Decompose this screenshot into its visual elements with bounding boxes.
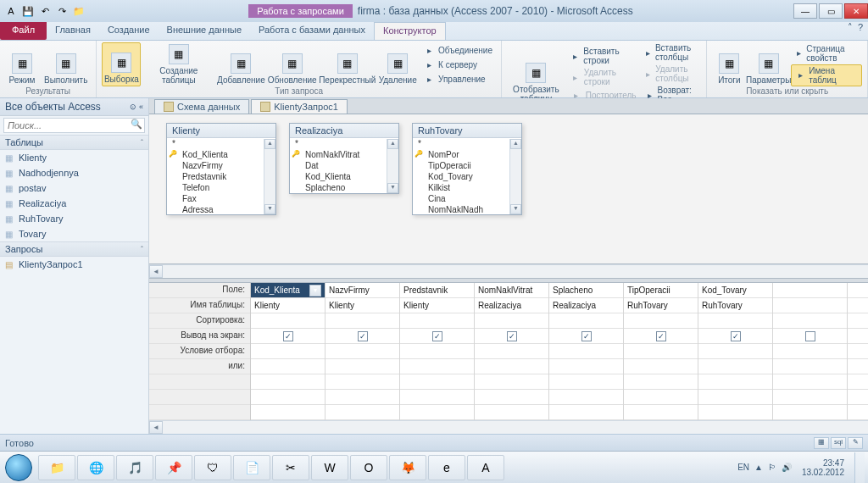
ribbon-tab[interactable]: Главная	[47, 22, 99, 40]
grid-criteria-cell[interactable]	[848, 405, 868, 420]
ribbon-button[interactable]: ▸Страница свойств	[791, 43, 862, 64]
grid-criteria-cell[interactable]	[549, 405, 623, 420]
help-icon[interactable]: ?	[858, 22, 863, 40]
grid-criteria-cell[interactable]	[549, 359, 623, 374]
checkbox[interactable]: ✓	[581, 331, 592, 341]
grid-criteria-cell[interactable]	[624, 405, 698, 420]
table-box[interactable]: Realizaciya*NomNaklVitratDatKod_KlientaS…	[289, 123, 399, 194]
grid-column[interactable]	[848, 283, 868, 420]
taskbar-app[interactable]: 🛡	[194, 455, 231, 480]
scroll-up-icon[interactable]: ▲	[510, 139, 521, 149]
grid-criteria-cell[interactable]	[326, 374, 399, 390]
table-field[interactable]: NomPor	[413, 149, 521, 160]
search-input[interactable]	[4, 119, 129, 132]
ribbon-button[interactable]: ▦Выборка	[102, 42, 141, 86]
taskbar-app[interactable]: 🦊	[389, 455, 426, 480]
ribbon-button[interactable]: ▸Имена таблиц	[791, 64, 862, 86]
nav-item[interactable]: KlientyЗапрос1	[0, 257, 148, 272]
grid-table-cell[interactable]: Realizaciya	[475, 298, 548, 313]
grid-table-cell[interactable]	[848, 298, 868, 313]
table-field[interactable]: Fax	[167, 193, 275, 204]
grid-sort-cell[interactable]	[251, 313, 325, 329]
nav-group-header[interactable]: Таблицыˆ	[0, 135, 148, 150]
qat-button[interactable]: ↷	[54, 3, 70, 19]
grid-show-cell[interactable]: ✓	[326, 329, 399, 344]
grid-field-cell[interactable]: Splacheno	[549, 283, 623, 298]
ribbon-button[interactable]: ▸Управление	[420, 72, 496, 86]
grid-criteria-cell[interactable]	[549, 374, 623, 390]
nav-item[interactable]: Klienty	[0, 150, 148, 165]
nav-item[interactable]: Realizaciya	[0, 196, 148, 211]
grid-field-cell[interactable]: Kod_Tovary	[698, 283, 772, 298]
nav-group-header[interactable]: Запросыˆ	[0, 241, 148, 257]
nav-item[interactable]: Tovary	[0, 226, 148, 241]
grid-sort-cell[interactable]	[475, 313, 548, 329]
table-field[interactable]: Kilkist	[413, 182, 521, 193]
nav-item[interactable]: Nadhodjennya	[0, 165, 148, 180]
grid-field-cell[interactable]	[773, 283, 847, 298]
checkbox[interactable]: ✓	[731, 331, 741, 341]
nav-header[interactable]: Все объекты Access ⊙ «	[0, 98, 148, 116]
checkbox[interactable]: ✓	[432, 331, 442, 341]
grid-sort-cell[interactable]	[624, 313, 698, 329]
grid-table-cell[interactable]: RuhTovary	[698, 298, 772, 313]
ribbon-button[interactable]: ▸К серверу	[420, 58, 496, 71]
grid-field-cell[interactable]: NomNaklVitrat	[475, 283, 548, 298]
scroll-up-icon[interactable]: ▲	[387, 139, 398, 149]
grid-show-cell[interactable]: ✓	[475, 329, 548, 344]
grid-table-cell[interactable]	[773, 298, 847, 313]
grid-criteria-cell[interactable]	[848, 344, 868, 359]
grid-criteria-cell[interactable]	[698, 390, 772, 405]
ribbon-button[interactable]: ▸Удалить столбцы	[642, 64, 702, 84]
table-field[interactable]: Telefon	[167, 182, 275, 193]
grid-show-cell[interactable]	[773, 329, 847, 344]
grid-criteria-cell[interactable]	[698, 344, 772, 359]
view-design-icon[interactable]: ✎	[848, 437, 863, 449]
grid-column[interactable]: Kod_Klienta▾Klienty✓	[251, 283, 326, 420]
ribbon-button[interactable]: ▸Вставить столбцы	[642, 42, 702, 63]
show-desktop-button[interactable]	[854, 452, 865, 483]
table-field[interactable]: Kod_Klienta	[167, 149, 275, 160]
checkbox[interactable]	[805, 331, 815, 341]
table-title[interactable]: Realizaciya	[290, 124, 398, 138]
table-box[interactable]: RuhTovary*NomPorTipOperaciiKod_TovaryKil…	[412, 123, 522, 215]
grid-field-cell[interactable]: TipOperacii	[624, 283, 698, 298]
query-design-surface[interactable]: Klienty*Kod_KlientaNazvFirmyPredstavnikT…	[149, 114, 868, 264]
table-field[interactable]: Dat	[290, 160, 398, 171]
ribbon-minimize-icon[interactable]: ˄	[848, 22, 853, 40]
table-field[interactable]: Kod_Klienta	[290, 171, 398, 182]
checkbox[interactable]: ✓	[507, 331, 517, 341]
grid-sort-cell[interactable]	[698, 313, 772, 329]
ribbon-tab[interactable]: Создание	[99, 22, 159, 40]
minimize-button[interactable]: —	[793, 3, 817, 19]
scroll-down-icon[interactable]: ▼	[510, 204, 521, 214]
grid-show-cell[interactable]: ✓	[698, 329, 772, 344]
grid-criteria-cell[interactable]	[251, 405, 325, 420]
grid-show-cell[interactable]: ✓	[624, 329, 698, 344]
chevron-down-icon[interactable]: ⊙ «	[130, 103, 143, 111]
ribbon-button[interactable]: ▦Параметры	[748, 42, 789, 86]
ribbon-tab[interactable]: Работа с базами данных	[250, 22, 374, 40]
tray-icon[interactable]: 🔊	[782, 463, 792, 472]
grid-sort-cell[interactable]	[773, 313, 847, 329]
view-sql-icon[interactable]: sql	[831, 437, 846, 449]
taskbar-app[interactable]: 🌐	[77, 455, 114, 480]
qat-button[interactable]: ↶	[37, 3, 53, 19]
grid-table-cell[interactable]: Realizaciya	[549, 298, 623, 313]
grid-criteria-cell[interactable]	[251, 390, 325, 405]
document-tab[interactable]: Схема данных	[154, 99, 249, 114]
document-tab[interactable]: KlientyЗапрос1	[251, 99, 348, 114]
taskbar-app[interactable]: e	[428, 455, 465, 480]
grid-criteria-cell[interactable]	[251, 374, 325, 390]
grid-column[interactable]: Kod_TovaryRuhTovary✓	[698, 283, 773, 420]
grid-criteria-cell[interactable]	[624, 390, 698, 405]
nav-item[interactable]: RuhTovary	[0, 211, 148, 226]
design-hscroll[interactable]: ◄ ►	[149, 264, 868, 278]
grid-criteria-cell[interactable]	[624, 359, 698, 374]
taskbar-app[interactable]: O	[350, 455, 387, 480]
grid-criteria-cell[interactable]	[773, 405, 847, 420]
ribbon-button[interactable]: ▸Объединение	[420, 43, 496, 57]
grid-column[interactable]	[773, 283, 848, 420]
grid-criteria-cell[interactable]	[475, 359, 548, 374]
ribbon-button[interactable]: ▦Обновление	[267, 42, 317, 86]
